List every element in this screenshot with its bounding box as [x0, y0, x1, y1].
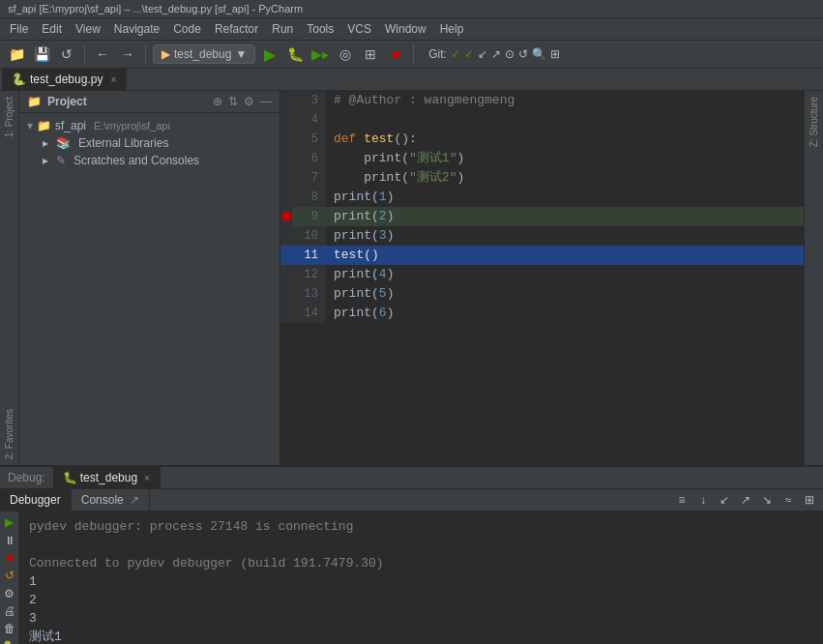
tree-item-label: sf_api	[55, 119, 86, 132]
code-line-11: 11 test()	[280, 246, 804, 265]
line-content-10: print(3)	[326, 226, 804, 246]
debug-resume-btn[interactable]: ▶	[0, 515, 19, 529]
line-num-4: 4	[292, 110, 326, 130]
debug-run-cursor-btn[interactable]: ↘	[757, 490, 777, 510]
sidebar-strip-structure[interactable]: Z: Structure	[807, 91, 821, 153]
git-push-icon[interactable]: ↗	[491, 47, 501, 61]
debug-label: Debug:	[0, 467, 53, 488]
debug-pause-btn[interactable]: ⏸	[0, 533, 19, 546]
line-content-3: # @Author : wangmengmeng	[326, 91, 804, 110]
line-content-13: print(5)	[326, 284, 804, 304]
debug-step-into-btn[interactable]: ↙	[715, 490, 734, 510]
line-num-10: 10	[292, 226, 326, 246]
code-line-3: 3 # @Author : wangmengmeng	[280, 91, 804, 110]
editor-tabbar: 🐍 test_debug.py ×	[0, 69, 823, 91]
code-line-9: 9 print(2)	[280, 207, 804, 226]
debug-line-connecting: pydev debugger: process 27148 is connect…	[29, 517, 813, 536]
tree-expand-icon3: ▸	[43, 154, 48, 167]
debug-run-tab[interactable]: 🐛 test_debug ×	[53, 467, 161, 488]
debug-evaluate-btn[interactable]: ≈	[779, 490, 798, 510]
line-num-7: 7	[292, 168, 326, 188]
debug-edit-btn[interactable]: 🐍	[0, 640, 19, 644]
project-settings-icon[interactable]: ⚙	[244, 95, 254, 108]
concurrency-btn[interactable]: ⊞	[360, 44, 381, 65]
console-redirect-icon[interactable]: ↗	[130, 493, 139, 507]
line-num-5: 5	[292, 130, 326, 149]
project-minimize-icon[interactable]: —	[260, 95, 272, 108]
toolbar-open-btn[interactable]: 📁	[6, 44, 27, 65]
project-location-icon[interactable]: ⊕	[213, 95, 222, 108]
menu-run[interactable]: Run	[266, 20, 299, 38]
project-panel: 📁 Project ⊕ ⇅ ⚙ — ▾ 📁 sf_api E:\myproj\s…	[19, 91, 280, 465]
tree-item-path: E:\myproj\sf_api	[94, 120, 170, 132]
tab-close-btn[interactable]: ×	[110, 74, 116, 85]
debug-settings-btn[interactable]: ⚙	[0, 587, 19, 600]
gutter-11	[280, 246, 292, 265]
code-line-8: 8 print(1)	[280, 188, 804, 207]
tree-expand-icon2: ▸	[43, 136, 48, 150]
profile-btn[interactable]: ◎	[335, 44, 356, 65]
line-num-6: 6	[292, 149, 326, 168]
debug-rerun-btn[interactable]: ↺	[0, 569, 19, 582]
debug-print-btn[interactable]: 🖨	[0, 604, 19, 618]
sidebar-strip-project[interactable]: 1: Project	[2, 91, 16, 143]
tree-item-sfapi[interactable]: ▾ 📁 sf_api E:\myproj\sf_api	[19, 117, 279, 134]
run-config-dropdown-icon: ▼	[235, 47, 247, 61]
toolbar-save-btn[interactable]: 💾	[31, 44, 52, 65]
left-side-strip: 1: Project 2: Favorites	[0, 91, 19, 465]
debug-restore-btn[interactable]: ≡	[672, 490, 691, 510]
sidebar-strip-favorites[interactable]: 2: Favorites	[2, 403, 16, 465]
gutter-9[interactable]	[280, 207, 292, 226]
toolbar-sync-btn[interactable]: ↺	[56, 44, 77, 65]
git-update-icon[interactable]: ↙	[478, 47, 487, 61]
toolbar-forward-btn[interactable]: →	[117, 44, 138, 65]
run-config-name: test_debug	[174, 47, 231, 61]
menu-code[interactable]: Code	[167, 20, 207, 38]
menu-file[interactable]: File	[4, 20, 34, 38]
debug-delete-btn[interactable]: 🗑	[0, 622, 19, 635]
debug-output: pydev debugger: process 27148 is connect…	[19, 512, 823, 644]
debug-content: ▶ ⏸ ■ ↺ ⚙ 🖨 🗑 🐍 pydev debugger: process …	[0, 512, 823, 644]
run-config-selector[interactable]: ▶ test_debug ▼	[153, 44, 255, 64]
menu-edit[interactable]: Edit	[36, 20, 68, 38]
project-expand-icon[interactable]: ⇅	[228, 95, 238, 108]
debug-tab-close[interactable]: ×	[144, 473, 150, 483]
debug-line-connected: Connected to pydev debugger (build 191.7…	[29, 554, 813, 572]
run-btn[interactable]: ▶	[259, 44, 280, 65]
breakpoint-dot-9[interactable]	[281, 212, 291, 221]
toolbar-back-btn[interactable]: ←	[92, 44, 113, 65]
git-extra-icon[interactable]: ⊞	[550, 47, 560, 61]
git-revert-icon[interactable]: ↺	[518, 47, 528, 61]
git-search-icon[interactable]: 🔍	[532, 47, 546, 61]
menu-help[interactable]: Help	[434, 20, 470, 38]
line-num-12: 12	[292, 265, 326, 284]
debug-table-btn[interactable]: ⊞	[800, 490, 819, 510]
menu-vcs[interactable]: VCS	[341, 20, 377, 38]
gutter-5	[280, 130, 292, 149]
tree-item-external-libs[interactable]: ▸ 📚 External Libraries	[19, 134, 279, 152]
tree-item-scratches[interactable]: ▸ ✎ Scratches and Consoles	[19, 152, 279, 169]
debug-subtab-console[interactable]: Console ↗	[72, 489, 150, 511]
menu-window[interactable]: Window	[379, 20, 432, 38]
toolbar-sep3	[413, 44, 414, 64]
project-title: Project	[47, 95, 87, 108]
menu-refactor[interactable]: Refactor	[209, 20, 264, 38]
menu-tools[interactable]: Tools	[301, 20, 339, 38]
menu-navigate[interactable]: Navigate	[108, 20, 165, 38]
debug-subtab-debugger[interactable]: Debugger	[0, 489, 72, 511]
stop-btn[interactable]: ■	[385, 44, 406, 65]
code-line-6: 6 print("测试1")	[280, 149, 804, 168]
debug-stop-btn[interactable]: ■	[0, 551, 19, 565]
debug-btn[interactable]: 🐛	[284, 44, 306, 65]
git-history-icon[interactable]: ⊙	[505, 47, 514, 61]
menu-view[interactable]: View	[70, 20, 106, 38]
editor-tab-test-debug[interactable]: 🐍 test_debug.py ×	[2, 69, 127, 90]
code-line-14: 14 print(6)	[280, 304, 804, 323]
code-editor[interactable]: 3 # @Author : wangmengmeng 4 5 def test(…	[280, 91, 804, 465]
debug-step-out-btn[interactable]: ↗	[736, 490, 755, 510]
debug-step-over-btn[interactable]: ↓	[693, 490, 713, 510]
line-content-5: def test():	[326, 130, 804, 149]
run-coverage-btn[interactable]: ▶▸	[309, 44, 331, 65]
code-line-5: 5 def test():	[280, 130, 804, 149]
toolbar-sep2	[145, 44, 146, 64]
